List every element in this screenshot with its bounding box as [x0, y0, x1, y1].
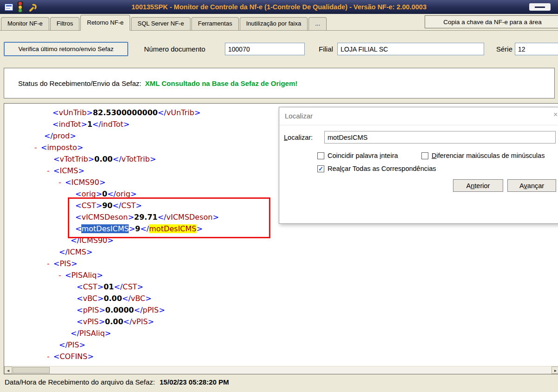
xml-punct: < [77, 306, 83, 314]
xml-line-PISAliq[interactable]: -<PISAliq> [4, 269, 558, 281]
next-button[interactable]: Avançar [507, 179, 556, 192]
xml-line-COFINS[interactable]: -<COFINS> [4, 351, 558, 362]
xml-punct: </ [59, 340, 68, 349]
document-number-input[interactable] [225, 43, 305, 55]
xml-punct: < [41, 143, 47, 152]
collapse-marker-icon[interactable]: - [47, 351, 50, 362]
xml-tag: indTot [59, 120, 81, 129]
xml-punct: > [87, 352, 93, 361]
xml-punct: </ [92, 120, 101, 129]
highlight-all-checkbox[interactable]: ✓Realçar Todas as Correspondências [317, 165, 436, 172]
xml-tag: prod [53, 131, 70, 140]
tab-inutilizacao-por-faixa[interactable]: Inutilização por faixa [240, 17, 308, 30]
horizontal-scrollbar[interactable]: ◂ ▸ [4, 366, 558, 374]
collapse-marker-icon[interactable]: - [47, 258, 50, 269]
tab-more[interactable]: ... [309, 17, 327, 30]
xml-punct: > [70, 131, 76, 140]
xml-punct: </ [44, 131, 53, 140]
tab-sql-server-nf-e[interactable]: SQL Server NF-e [131, 17, 190, 30]
checkbox-label: Realçar Todas as Correspondências [328, 165, 436, 172]
titlebar: 100135SPK - Monitor de Controle da Nf-e … [0, 0, 558, 14]
xml-punct: > [78, 166, 84, 175]
previous-button[interactable]: Anterior [453, 179, 503, 192]
xml-punct: < [77, 282, 83, 291]
xml-tag: ICMS90 [71, 178, 99, 187]
xml-line-PIS[interactable]: </PIS> [4, 339, 558, 351]
xml-value: 0.00 [105, 317, 123, 326]
match-whole-word-checkbox[interactable]: Coincidir palavra inteira [317, 152, 398, 159]
annotation-rectangle [68, 197, 270, 238]
tab-filtros[interactable]: Filtros [50, 17, 79, 30]
xml-punct: < [77, 317, 83, 326]
xml-punct: < [65, 271, 71, 280]
xml-punct: </ [59, 248, 68, 256]
xml-punct: > [105, 329, 111, 338]
close-icon[interactable]: × [553, 111, 558, 119]
xml-line-vPIS[interactable]: <vPIS>0.00</vPIS> [4, 316, 558, 327]
document-number-label: Número documento [144, 45, 205, 53]
xml-line-CST[interactable]: <CST>01</CST> [4, 281, 558, 293]
scroll-left-button[interactable]: ◂ [4, 366, 12, 374]
collapse-marker-icon[interactable]: - [59, 269, 61, 281]
footer-status: Data/Hora de Recebimento do arquivo da S… [5, 378, 229, 386]
scrollbar-thumb[interactable] [13, 367, 50, 373]
tab-retorno-nf-e[interactable]: Retorno NF-e [80, 15, 130, 31]
xml-line-ICMS[interactable]: </ICMS> [4, 246, 558, 258]
xml-tag: imposto [47, 143, 77, 152]
checkbox-icon[interactable] [317, 152, 324, 159]
match-case-checkbox[interactable]: Diferenciar maiúsculas de minúsculas [421, 152, 545, 159]
xml-tag: vPIS [132, 317, 148, 326]
xml-tag: PISAliq [79, 329, 105, 338]
minimize-icon [535, 7, 545, 8]
tab-monitor-nf-e[interactable]: Monitor NF-e [1, 17, 49, 30]
checkbox-icon[interactable] [421, 152, 428, 159]
xml-punct: > [86, 248, 92, 256]
collapse-marker-icon[interactable]: - [59, 176, 61, 188]
tab-strip: Monitor NF-eFiltrosRetorno NF-eSQL Serve… [0, 14, 558, 31]
xml-tag: vPIS [83, 317, 98, 326]
collapse-marker-icon[interactable]: - [47, 165, 50, 176]
collapse-marker-icon[interactable]: - [34, 142, 37, 153]
xml-line-vBC[interactable]: <vBC>0.00</vBC> [4, 293, 558, 304]
xml-punct: > [137, 282, 143, 291]
xml-punct: < [53, 166, 59, 175]
xml-punct: > [123, 120, 129, 129]
scroll-right-button[interactable]: ▸ [551, 366, 558, 374]
xml-tag: ICMS [68, 248, 86, 256]
xml-value: 0.0000 [105, 306, 134, 314]
xml-punct: < [53, 120, 59, 129]
xml-punct: > [145, 294, 151, 303]
series-label: Série [496, 45, 512, 53]
status-value: XML Consultado na Base da Sefaz de Orige… [145, 79, 297, 87]
xml-line-PISAliq[interactable]: </PISAliq> [4, 327, 558, 339]
xml-punct: </ [158, 108, 166, 117]
xml-tag: vUnTrib [166, 108, 194, 117]
xml-line-pPIS[interactable]: <pPIS>0.0000</pPIS> [4, 304, 558, 316]
checkbox-icon[interactable]: ✓ [317, 165, 324, 172]
xml-punct: </ [122, 294, 131, 303]
xml-punct: > [194, 108, 200, 117]
xml-value: 0.00 [104, 294, 122, 303]
xml-punct: </ [123, 317, 132, 326]
xml-tag: vBC [131, 294, 145, 303]
xml-tag: indTot [101, 120, 124, 129]
find-input[interactable] [324, 131, 556, 144]
branch-input[interactable] [337, 43, 484, 55]
checkbox-label: Coincidir palavra inteira [328, 152, 398, 159]
xml-punct: > [71, 259, 77, 268]
xml-punct: > [159, 306, 165, 314]
xml-tag: vTotTrib [59, 155, 88, 163]
xml-tag: vBC [83, 294, 97, 303]
copy-nfe-key-button[interactable]: Copia a chave da NF-e para a área [425, 15, 558, 28]
minimize-button[interactable] [529, 3, 551, 11]
xml-punct: < [77, 294, 83, 303]
xml-tag: vUnTrib [59, 108, 86, 117]
status-label: Status do Recebimento/Envio da Sefaz: [18, 79, 141, 87]
receive-datetime-value: 15/02/23 05:28:20 PM [160, 378, 229, 386]
verify-last-return-button[interactable]: Verifica último retorno/envio Sefaz [4, 42, 128, 56]
series-input[interactable] [515, 43, 558, 55]
xml-punct: > [150, 155, 156, 163]
xml-line-PIS[interactable]: -<PIS> [4, 258, 558, 269]
tab-ferramentas[interactable]: Ferramentas [191, 17, 239, 30]
xml-punct: </ [71, 329, 79, 338]
